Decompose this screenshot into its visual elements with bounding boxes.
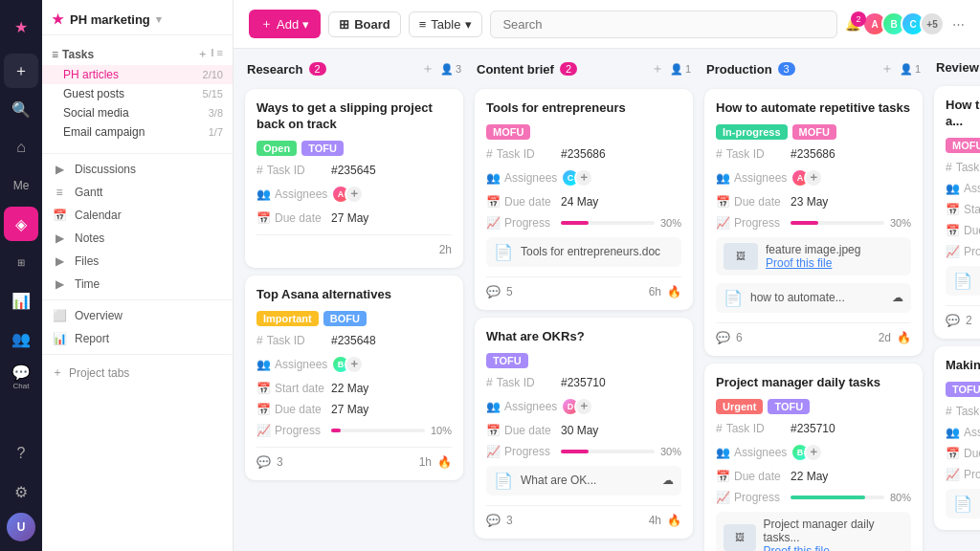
overview-nav[interactable]: ⬜ Overview [42, 304, 233, 327]
reports-icon[interactable]: 📊 [4, 283, 38, 318]
add-asana-assignee[interactable]: ＋ [345, 355, 364, 374]
cal-icon-6: 📅 [716, 470, 730, 483]
sidebar-item-ph-articles[interactable]: PH articles 2/10 [42, 65, 233, 84]
card-pm-duedate-row: 📅 Due date 22 May [716, 470, 911, 483]
files-icon: ▶ [52, 254, 67, 268]
me-icon[interactable]: Me [4, 168, 38, 203]
more-task-icon[interactable]: ≡ [217, 47, 223, 61]
column-production-header: Production 3 ＋ 👤 1 [704, 60, 923, 81]
sidebar-item-guest-posts[interactable]: Guest posts 5/15 [42, 84, 233, 103]
due-date-label-5: 📅 Due date [716, 195, 785, 209]
task-id-value-3: #235686 [561, 147, 606, 161]
search-icon[interactable]: 🔍 [4, 92, 38, 126]
add-auto-assignee[interactable]: ＋ [804, 168, 823, 187]
discussions-nav[interactable]: ▶ Discussions [42, 158, 233, 181]
assignees-label: 👥 Assignees [256, 187, 325, 201]
okr-fire-icon: 🔥 [667, 514, 681, 527]
assignees-icon-3: 👥 [486, 171, 501, 185]
notification-count: 2 [851, 11, 866, 27]
card-tools-footer: 💬 5 6h 🔥 [486, 276, 681, 298]
email-campaign-count: 1/7 [209, 126, 223, 138]
social-media-count: 3/8 [209, 107, 223, 119]
card-automate-assignees-row: 👥 Assignees A ＋ [716, 168, 911, 187]
user-avatar[interactable]: U [7, 513, 35, 541]
add-project-tab[interactable]: ＋ Project tabs [42, 359, 233, 386]
time-nav[interactable]: ▶ Time [42, 273, 233, 296]
comment-count: 3 [277, 455, 283, 469]
progress-icon-3: 📈 [486, 216, 501, 230]
task-id-label-6: # Task ID [716, 422, 785, 435]
assignees-label-5: 👥 Assignees [716, 171, 785, 185]
search-input[interactable] [490, 11, 837, 38]
card-project-manager: Project manager daily tasks Urgent TOFU … [704, 364, 923, 551]
proof-link-1[interactable]: Proof this file [766, 256, 832, 270]
due-date-value-2: 27 May [331, 403, 368, 416]
notes-nav[interactable]: ▶ Notes [42, 227, 233, 250]
hash-icon-7: # [946, 161, 952, 174]
ph-articles-count: 2/10 [203, 69, 223, 80]
people-icon[interactable]: 👥 [4, 321, 38, 356]
add-tools-assignee[interactable]: ＋ [574, 168, 593, 187]
add-plus-icon: ＋ [260, 15, 273, 33]
progress-label-8: 📈 Progress [946, 468, 980, 481]
tasks-section-header[interactable]: ≡ Tasks ＋ ⁞ ≡ [42, 43, 233, 65]
add-chevron-icon: ▾ [302, 17, 309, 32]
table-chevron-icon: ▾ [465, 17, 472, 32]
card-ways-to-get: Ways to get a slipping project back on t… [245, 89, 463, 268]
production-add-icon[interactable]: ＋ [880, 60, 894, 77]
brief-add-icon[interactable]: ＋ [651, 60, 664, 77]
word-doc-icon-3: 📄 [724, 289, 743, 307]
files-nav[interactable]: ▶ Files [42, 250, 233, 273]
tag-tofu-okr: TOFU [486, 353, 528, 368]
add-task-icon[interactable]: ＋ [197, 47, 208, 61]
notification-bell[interactable]: 🔔 2 [845, 17, 860, 32]
add-button[interactable]: ＋ Add ▾ [249, 10, 321, 38]
add-assignee-button[interactable]: ＋ [345, 185, 364, 204]
task-id-label-5: # Task ID [716, 147, 785, 161]
chat-label: Chat [13, 382, 30, 390]
table-icon: ≡ [419, 17, 427, 32]
tools-comment-count: 5 [506, 285, 513, 298]
ph-articles-label: PH articles [63, 68, 119, 81]
add-tab-label: Project tabs [69, 366, 129, 380]
workspace-header[interactable]: ★ PH marketing ▾ [42, 0, 233, 35]
hash-icon-4: # [486, 376, 493, 389]
card-tools-progress-row: 📈 Progress 30% [486, 216, 681, 230]
due-cal-icon: 📅 [256, 403, 271, 416]
chat-icon: 💬 [11, 364, 31, 382]
chat-icon-container[interactable]: 💬 Chat [4, 360, 38, 394]
overview-icon: ⬜ [52, 309, 67, 322]
due-date-value-5: 23 May [791, 195, 828, 209]
tag-mofu-tools: MOFU [486, 124, 530, 140]
add-pm-assignee[interactable]: ＋ [804, 443, 823, 462]
more-options-icon[interactable]: ⋯ [952, 17, 965, 32]
okr-comment-count: 3 [506, 514, 513, 527]
home-icon[interactable]: ⌂ [4, 130, 38, 165]
brief-member-count: 1 [685, 63, 691, 75]
sidebar-item-email-campaign[interactable]: Email campaign 1/7 [42, 122, 233, 142]
projects-icon[interactable]: ◈ [4, 207, 38, 241]
feature-img-thumbnail: 🖼 [724, 243, 758, 270]
calendar-nav[interactable]: 📅 Calendar [42, 204, 233, 227]
question-icon[interactable]: ? [4, 436, 38, 471]
pm-attachment-details: Project manager daily tasks... Proof thi… [764, 518, 904, 551]
gantt-nav[interactable]: ≡ Gantt [42, 181, 233, 204]
task-id-label-3: # Task ID [486, 147, 555, 161]
filter-task-icon[interactable]: ⁞ [211, 47, 214, 61]
create-button[interactable]: ＋ [4, 54, 38, 88]
production-member-info: 👤 1 [900, 63, 921, 76]
notes-icon: ▶ [52, 231, 67, 245]
card-ways-time: 2h [439, 243, 452, 256]
report-nav[interactable]: 📊 Report [42, 327, 233, 350]
table-view-button[interactable]: ≡ Table ▾ [409, 11, 483, 37]
proof-link-2[interactable]: Proof this file [764, 544, 830, 551]
settings-icon[interactable]: ⚙ [4, 474, 38, 509]
member-avatars[interactable]: A B C +5 [868, 11, 945, 36]
everything-icon[interactable]: ⊞ [4, 245, 38, 279]
sidebar-item-social-media[interactable]: Social media 3/8 [42, 103, 233, 122]
assignees-label-7: 👥 Assignees [946, 182, 980, 195]
add-okr-assignee[interactable]: ＋ [574, 397, 593, 416]
start-cal-icon: 📅 [256, 382, 271, 395]
research-add-icon[interactable]: ＋ [421, 60, 434, 77]
board-view-button[interactable]: ⊞ Board [328, 11, 401, 37]
